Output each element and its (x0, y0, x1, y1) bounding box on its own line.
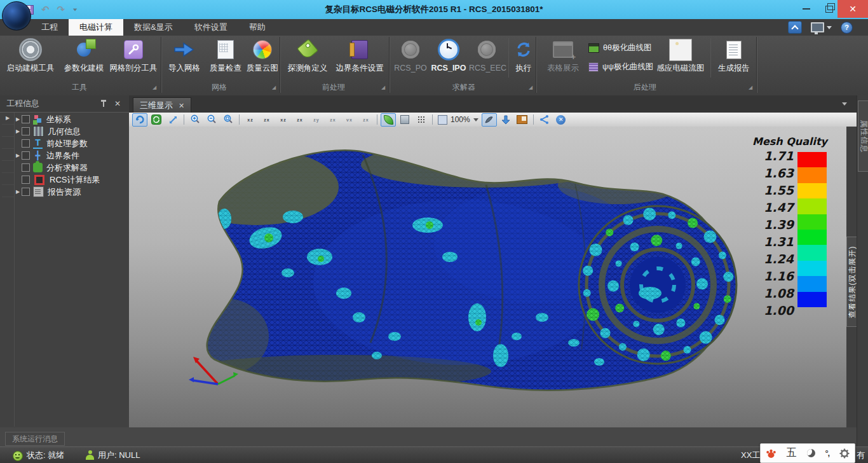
zoom-dropdown-icon[interactable] (473, 118, 478, 121)
checkbox[interactable] (22, 151, 30, 160)
tab-3d-display[interactable]: 三维显示 ✕ (133, 97, 191, 113)
viewport-toolbar: xz zx xz zx zy zx vx zx 100% ✕ (129, 113, 859, 127)
toolbar-separator (184, 114, 184, 125)
group-dialog-launcher[interactable] (749, 85, 754, 90)
points-render-button[interactable] (414, 113, 429, 127)
expander-icon[interactable] (14, 128, 22, 134)
close-button[interactable]: ✕ (837, 0, 868, 18)
legend-color-band (797, 245, 827, 260)
legend-value: 1.39 (726, 216, 794, 233)
checkbox[interactable] (22, 188, 30, 196)
zoom-window-button[interactable] (220, 113, 236, 127)
view-orientation-button-6[interactable]: zx (325, 113, 341, 127)
ime-mode-label[interactable]: 五 (787, 446, 797, 460)
pin-icon[interactable] (100, 100, 107, 107)
tree-item-preprocess-params[interactable]: 前处理参数 (14, 137, 127, 149)
view-orientation-button-7[interactable]: vx (342, 113, 357, 127)
quality-check-button[interactable]: 质量检查 (206, 37, 245, 80)
boundary-settings-button[interactable]: 边界条件设置 (333, 37, 386, 80)
checkbox[interactable] (22, 115, 30, 123)
tree-gutter (2, 113, 15, 427)
window-capture-icon (517, 115, 527, 124)
generate-report-button[interactable]: 生成报告 (714, 37, 754, 80)
restore-button[interactable] (818, 0, 840, 18)
launch-modeling-tool-button[interactable]: 启动建模工具 (4, 37, 57, 80)
legend-color-band (797, 214, 827, 230)
view-orientation-button-1[interactable]: xz (243, 113, 258, 127)
zoom-in-button[interactable] (187, 113, 203, 127)
tree-item-analysis-solver[interactable]: 分析求解器 (14, 162, 127, 174)
tree-item-boundary-conditions[interactable]: 边界条件 (14, 149, 127, 162)
clear-view-button[interactable]: ✕ (553, 113, 569, 127)
mesh-partition-tool-button[interactable]: 网格剖分工具 (108, 37, 159, 80)
quick-access-dropdown-icon[interactable] (73, 8, 77, 11)
panel-close-icon[interactable]: ✕ (114, 95, 121, 112)
menu-tab-data-display[interactable]: 数据&显示 (123, 19, 184, 36)
checkbox[interactable] (22, 139, 30, 148)
theta-polarization-curve-button[interactable]: θθ极化曲线图 (588, 39, 651, 56)
import-mesh-button[interactable]: 导入网格 (164, 37, 205, 80)
redo-icon[interactable]: ↷ (57, 4, 65, 15)
legend-color-band (797, 198, 827, 214)
shaded-render-button[interactable] (381, 113, 396, 127)
induction-current-map-button[interactable]: 感应电磁流图 (654, 37, 707, 80)
ime-gear-icon[interactable] (839, 448, 850, 459)
checkbox[interactable] (22, 163, 30, 172)
report-doc-icon (726, 41, 742, 59)
view-orientation-button-2[interactable]: zx (259, 113, 275, 127)
rotate-view-button[interactable] (132, 113, 147, 127)
psi-polarization-curve-button[interactable]: ψψ极化曲线图 (588, 59, 653, 75)
expander-icon[interactable] (14, 116, 22, 122)
collapse-ribbon-icon[interactable] (788, 21, 802, 34)
expander-icon[interactable] (14, 189, 22, 195)
tree-item-coordinate-system[interactable]: 坐标系 (14, 113, 127, 125)
zoom-out-button[interactable] (204, 113, 219, 127)
tree-item-rcs-results[interactable]: RCS计算结果 (14, 174, 127, 186)
tree-item-geometry-info[interactable]: 几何信息 (14, 125, 127, 137)
system-messages-tab[interactable]: 系统运行消息 (5, 432, 65, 446)
zoom-level-control[interactable]: 100% (435, 115, 481, 125)
ime-punctuation-icon[interactable]: °, (825, 448, 829, 458)
ime-paw-icon[interactable] (766, 448, 776, 459)
group-dialog-launcher[interactable] (381, 85, 386, 90)
sync-view-button[interactable] (149, 113, 164, 127)
checkbox[interactable] (22, 176, 30, 184)
window-capture-button[interactable] (515, 113, 530, 127)
group-dialog-launcher[interactable] (529, 85, 534, 90)
probe-angle-button[interactable]: 探测角定义 (285, 37, 330, 80)
execute-button[interactable]: 执行 (512, 37, 535, 80)
download-view-button[interactable] (498, 113, 513, 127)
display-style-button[interactable] (811, 22, 832, 32)
parametric-modeling-button[interactable]: 参数化建模 (60, 37, 108, 80)
group-dialog-launcher[interactable] (153, 85, 158, 90)
view-orientation-button-8[interactable]: zx (358, 113, 374, 127)
3d-viewport[interactable]: Mesh Quality 1.71 1.63 1.55 1.47 1.39 1.… (129, 127, 846, 431)
help-icon[interactable]: ? (841, 22, 853, 34)
tab-list-dropdown-icon[interactable] (842, 102, 847, 106)
group-dialog-launcher[interactable] (272, 85, 277, 90)
fit-view-button[interactable] (165, 113, 180, 127)
selection-mode-button[interactable] (482, 113, 497, 127)
menu-tab-project[interactable]: 工程 (31, 19, 69, 36)
root-expander-icon[interactable] (4, 115, 11, 121)
property-info-vertical-tab[interactable]: 属性信息 (858, 100, 868, 172)
menu-tab-settings[interactable]: 软件设置 (184, 19, 238, 36)
surface-render-button[interactable] (397, 113, 412, 127)
tab-close-icon[interactable]: ✕ (179, 102, 184, 110)
menu-tab-help[interactable]: 帮助 (238, 19, 276, 36)
view-orientation-button-4[interactable]: zx (292, 113, 308, 127)
rcs-ipo-button[interactable]: RCS_IPO (431, 37, 466, 80)
view-orientation-button-3[interactable]: xz (276, 113, 291, 127)
share-button[interactable] (537, 113, 552, 127)
checkbox[interactable] (22, 127, 30, 135)
gutter-cell[interactable] (2, 113, 14, 125)
undo-icon[interactable]: ↶ (41, 4, 50, 15)
quality-cloudmap-button[interactable]: 质量云图 (244, 37, 281, 80)
view-orientation-button-5[interactable]: zy (309, 113, 324, 127)
menu-tab-em-compute[interactable]: 电磁计算 (69, 19, 123, 36)
ime-moon-icon[interactable] (807, 449, 815, 457)
tree-item-report-resources[interactable]: 报告资源 (14, 186, 127, 198)
minimize-button[interactable] (796, 0, 817, 18)
parametric-model-icon (77, 43, 91, 57)
expander-icon[interactable] (14, 153, 22, 158)
